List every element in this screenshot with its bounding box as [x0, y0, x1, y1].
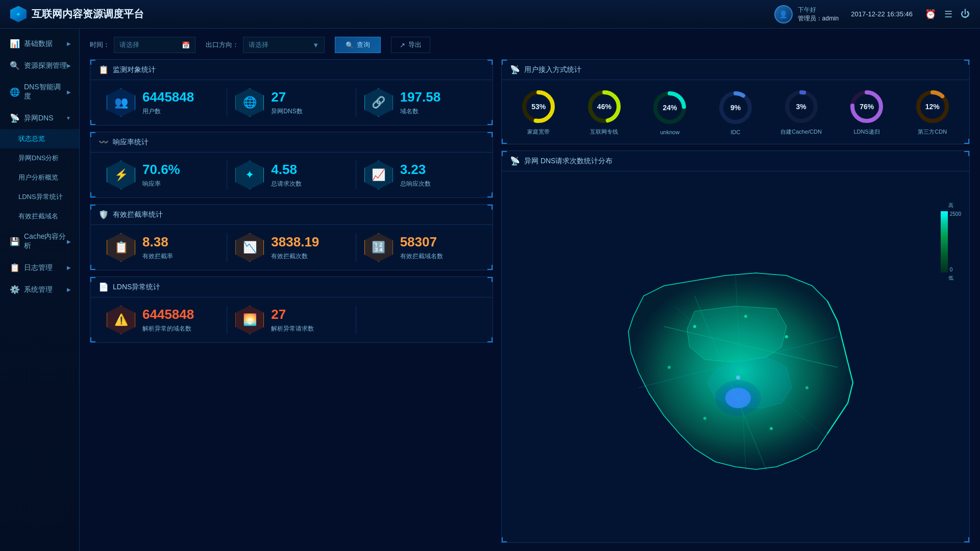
response-rate-label: 响应率 — [142, 180, 180, 188]
abnormal-domains-icon: ⚠️ — [107, 306, 135, 334]
total-responses-label: 总响应次数 — [400, 180, 431, 188]
arrow-log: ▶ — [67, 265, 71, 270]
arrow-system: ▶ — [67, 287, 71, 292]
stat-abnormal-domains: ⚠️ 6445848 解析异常的域名数 — [99, 306, 227, 334]
response-panel: 〰️ 响应率统计 ⚡ 70.6% 响应率 — [90, 132, 493, 198]
abnormal-domains-value: 6445848 — [142, 307, 194, 322]
map-icon: 📡 — [510, 156, 520, 166]
export-label: 导出 — [408, 40, 422, 49]
query-label: 查询 — [357, 40, 370, 49]
intercept-count-label: 有效拦截次数 — [271, 252, 319, 261]
main-content: 时间： 请选择 📅 出口方向： 请选择 ▼ 🔍 查询 ↗ 导出 — [80, 29, 980, 551]
exit-label: 出口方向： — [206, 40, 239, 49]
users-icon: 👥 — [107, 88, 135, 117]
donut-unknown: 24% unknow — [637, 89, 703, 135]
abnormal-domains-label: 解析异常的域名数 — [142, 324, 194, 333]
total-responses-value: 3.23 — [400, 162, 431, 178]
legend-color-bar — [941, 211, 948, 272]
svg-point-28 — [736, 375, 740, 380]
stat-response-rate: ⚡ 70.6% 响应率 — [99, 161, 227, 189]
app-title: 互联网内容资源调度平台 — [32, 7, 144, 21]
svg-point-24 — [805, 386, 808, 389]
monitor-panel: 📋 监测对象统计 👥 6445848 用户数 — [90, 59, 493, 126]
monitor-title: 监测对象统计 — [113, 65, 156, 74]
total-requests-value: 4.58 — [271, 162, 302, 178]
sidebar-label-basic-data: 基础数据 — [24, 39, 53, 48]
sidebar-subitem-overview[interactable]: 状态总览 — [0, 129, 79, 148]
sidebar-subitem-ldns-abnormal[interactable]: LDNS异常统计 — [0, 187, 79, 207]
sidebar-item-dns-schedule[interactable]: 🌐 DNS智能调度 ▶ — [0, 77, 79, 107]
right-panels: 📡 用户接入方式统计 53% — [501, 59, 970, 543]
yiwang-dns-submenu: 状态总览 异网DNS分析 用户分析概览 LDNS异常统计 有效拦截域名 — [0, 129, 79, 226]
time-label: 时间： — [90, 40, 110, 49]
response-title: 响应率统计 — [113, 138, 149, 147]
legend-high-val: 2500 — [950, 211, 961, 217]
stat-total-requests: ✦ 4.58 总请求次数 — [227, 161, 356, 189]
header-right: 👤 下午好 管理员：admin 2017-12-22 16:35:46 ⏰ ☰ … — [774, 5, 970, 23]
map-panel-header: 📡 异网 DNS请求次数统计分布 — [502, 151, 969, 171]
export-icon: ↗ — [400, 41, 405, 49]
sidebar-item-log[interactable]: 📋 日志管理 ▶ — [0, 257, 79, 279]
sidebar-item-yiwang-dns[interactable]: 📡 异网DNS ▼ — [0, 107, 79, 129]
donut-label-internet: 互联网专线 — [590, 128, 618, 136]
map-legend: 高 2500 0 低 — [941, 202, 961, 282]
sidebar-item-system[interactable]: ⚙️ 系统管理 ▶ — [0, 279, 79, 300]
top-filter-bar: 时间： 请选择 📅 出口方向： 请选择 ▼ 🔍 查询 ↗ 导出 — [90, 37, 970, 53]
monitor-icon: 📋 — [99, 65, 109, 74]
export-button[interactable]: ↗ 导出 — [391, 37, 430, 53]
query-button[interactable]: 🔍 查询 — [335, 37, 381, 53]
stat-abnormal-requests: 🌅 27 解析异常请求数 — [227, 306, 356, 334]
intercept-rate-icon: 📋 — [107, 233, 135, 262]
access-type-header: 📡 用户接入方式统计 — [502, 60, 969, 80]
svg-point-25 — [770, 427, 773, 430]
exit-select[interactable]: 请选择 ▼ — [243, 37, 325, 53]
sidebar-label-system: 系统管理 — [24, 285, 53, 294]
dns-count-label: 异网DNS数 — [271, 107, 302, 116]
donut-row: 53% 家庭宽带 46% — [502, 80, 969, 144]
sidebar-subitem-intercept-domain[interactable]: 有效拦截域名 — [0, 207, 79, 226]
sidebar-label-yiwang-dns: 异网DNS — [24, 114, 54, 123]
exit-filter-group: 出口方向： 请选择 ▼ — [206, 37, 325, 53]
legend-low-val: 0 — [950, 267, 961, 272]
legend-low-label: 低 — [948, 274, 953, 282]
abnormal-requests-value: 27 — [271, 307, 314, 322]
stat-users: 👥 6445848 用户数 — [99, 88, 227, 117]
list-icon[interactable]: ☰ — [944, 9, 952, 20]
donut-label-thirdcdn: 第三方CDN — [918, 128, 947, 136]
response-panel-header: 〰️ 响应率统计 — [90, 132, 493, 153]
time-input[interactable]: 请选择 📅 — [114, 37, 195, 53]
requests-icon: ✦ — [235, 161, 264, 189]
system-icon: ⚙️ — [10, 285, 20, 294]
user-info-area: 👤 下午好 管理员：admin — [774, 5, 839, 23]
response-icon: 〰️ — [99, 137, 109, 147]
ldns-title: LDNS异常统计 — [113, 283, 160, 292]
content-area: 📋 监测对象统计 👥 6445848 用户数 — [90, 59, 970, 543]
donut-percent-idc: 9% — [730, 104, 741, 112]
sidebar-item-resource[interactable]: 🔍 资源探测管理 ▶ — [0, 55, 79, 77]
response-rate-icon: ⚡ — [107, 161, 135, 189]
svg-point-23 — [785, 335, 788, 338]
monitor-panel-header: 📋 监测对象统计 — [90, 60, 493, 80]
clock-icon[interactable]: ⏰ — [925, 9, 936, 20]
china-map-svg — [593, 235, 878, 500]
resource-icon: 🔍 — [10, 61, 20, 70]
stat-intercept-rate: 📋 8.38 有效拦截率 — [99, 233, 227, 262]
map-visualization: 高 2500 0 低 — [502, 171, 969, 543]
intercept-count-value: 3838.19 — [271, 234, 319, 250]
user-greeting: 下午好 — [798, 6, 839, 14]
abnormal-requests-label: 解析异常请求数 — [271, 324, 314, 333]
donut-percent-unknown: 24% — [663, 104, 677, 112]
main-layout: 📊 基础数据 ▶ 🔍 资源探测管理 ▶ 🌐 DNS智能调度 ▶ 📡 异网DNS — [0, 29, 980, 551]
sidebar-subitem-user-analysis[interactable]: 用户分析概览 — [0, 168, 79, 187]
datetime-text: 2017-12-22 16:35:46 — [851, 10, 913, 18]
power-icon[interactable]: ⏻ — [961, 9, 970, 20]
ldns-panel-header: 📄 LDNS异常统计 — [90, 277, 493, 297]
sidebar-item-basic-data[interactable]: 📊 基础数据 ▶ — [0, 33, 79, 55]
sidebar-subitem-analysis[interactable]: 异网DNS分析 — [0, 148, 79, 168]
basic-data-icon: 📊 — [10, 39, 20, 48]
user-details: 下午好 管理员：admin — [798, 6, 839, 23]
sidebar-item-cache[interactable]: 💾 Cache内容分析 ▶ — [0, 226, 79, 257]
arrow-dns-schedule: ▶ — [67, 89, 71, 95]
stat-domain-count: 🔗 197.58 域名数 — [356, 88, 484, 117]
domain-icon: 🔗 — [364, 88, 393, 117]
